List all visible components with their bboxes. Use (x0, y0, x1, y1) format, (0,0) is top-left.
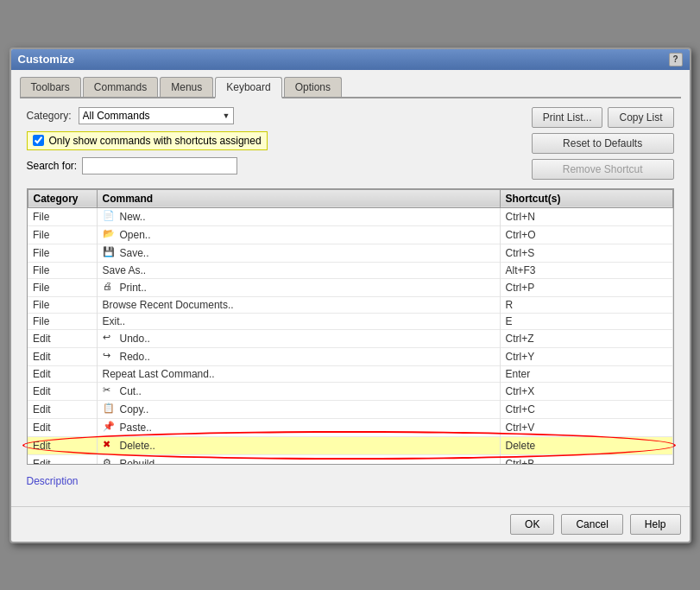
cell-command: Browse Recent Documents.. (97, 296, 500, 313)
cell-command: Exit.. (97, 313, 500, 329)
cell-shortcut: Ctrl+X (500, 382, 672, 400)
command-icon: 🖨 (103, 281, 117, 295)
table-row[interactable]: Edit⚙Rebuild..Ctrl+B (28, 454, 672, 465)
table-row[interactable]: File💾Save..Ctrl+S (28, 244, 672, 262)
top-right: Print List... Copy List Reset to Default… (532, 107, 674, 181)
cell-category: File (28, 244, 97, 262)
cell-shortcut: Ctrl+Z (500, 329, 672, 347)
cell-command: Repeat Last Command.. (97, 365, 500, 382)
table-body: File📄New..Ctrl+NFile📂Open..Ctrl+OFile💾Sa… (28, 207, 672, 465)
tab-toolbars[interactable]: Toolbars (20, 77, 81, 97)
command-text: Cut.. (120, 385, 142, 397)
cell-command: 🖨Print.. (97, 278, 500, 296)
cell-shortcut: Ctrl+Y (500, 347, 672, 365)
cell-command: ↩Undo.. (97, 329, 500, 347)
checkbox-label: Only show commands with shortcuts assign… (49, 135, 262, 147)
cell-shortcut: E (500, 313, 672, 329)
table-row[interactable]: Edit↪Redo..Ctrl+Y (28, 347, 672, 365)
search-label: Search for: (27, 160, 78, 172)
cell-shortcut: Alt+F3 (500, 262, 672, 278)
table-row[interactable]: FileSave As..Alt+F3 (28, 262, 672, 278)
reset-defaults-button[interactable]: Reset to Defaults (532, 133, 674, 154)
table-row[interactable]: FileBrowse Recent Documents..R (28, 296, 672, 313)
command-text: Copy.. (120, 403, 149, 416)
cell-command: ⚙Rebuild.. (97, 454, 500, 465)
cell-command: 📋Copy.. (97, 400, 500, 418)
header-command: Command (97, 189, 500, 207)
cell-category: Edit (28, 418, 97, 436)
table-row[interactable]: Edit✂Cut..Ctrl+X (28, 382, 672, 400)
command-icon: ✖ (103, 439, 117, 453)
category-select[interactable]: All Commands File Edit View Format (79, 107, 234, 124)
remove-shortcut-button[interactable]: Remove Shortcut (532, 159, 674, 180)
table-row[interactable]: File📄New..Ctrl+N (28, 207, 672, 225)
ok-button[interactable]: OK (510, 514, 554, 535)
top-section: Category: All Commands File Edit View Fo… (27, 107, 674, 181)
tab-commands[interactable]: Commands (83, 77, 158, 97)
cell-shortcut: Ctrl+N (500, 207, 672, 225)
title-bar-buttons: ? (669, 53, 683, 67)
cell-shortcut: Ctrl+O (500, 225, 672, 244)
cell-shortcut: Delete (500, 436, 672, 454)
command-icon: ✂ (103, 384, 117, 398)
print-list-button[interactable]: Print List... (532, 107, 603, 128)
table-row[interactable]: Edit↩Undo..Ctrl+Z (28, 329, 672, 347)
table-row[interactable]: Edit📌Paste..Ctrl+V (28, 418, 672, 436)
command-text: Save.. (120, 247, 149, 259)
title-bar: Customize ? (11, 49, 690, 70)
tab-options[interactable]: Options (284, 77, 342, 97)
cell-shortcut: Ctrl+V (500, 418, 672, 436)
cell-category: Edit (28, 329, 97, 347)
search-input[interactable] (82, 157, 237, 174)
table-row[interactable]: FileExit..E (28, 313, 672, 329)
header-category: Category (28, 189, 97, 207)
cell-shortcut: Ctrl+P (500, 278, 672, 296)
category-row: Category: All Commands File Edit View Fo… (27, 107, 532, 124)
dialog-content: Toolbars Commands Menus Keyboard Options… (11, 70, 690, 506)
help-title-button[interactable]: ? (669, 53, 683, 67)
table-header-row: Category Command Shortcut(s) (28, 189, 672, 207)
cell-command: ↪Redo.. (97, 347, 500, 365)
help-button[interactable]: Help (630, 514, 681, 535)
copy-list-button[interactable]: Copy List (608, 107, 673, 128)
command-icon: ⚙ (103, 457, 117, 465)
cell-category: File (28, 296, 97, 313)
command-text: Undo.. (120, 333, 150, 345)
command-text: Paste.. (120, 422, 152, 434)
cancel-button[interactable]: Cancel (561, 514, 622, 535)
category-select-wrapper: All Commands File Edit View Format (79, 107, 234, 124)
customize-dialog: Customize ? Toolbars Commands Menus Keyb… (9, 48, 691, 543)
cell-command: ✖Delete.. (97, 436, 500, 454)
tab-bar: Toolbars Commands Menus Keyboard Options (20, 77, 681, 98)
cell-command: 📌Paste.. (97, 418, 500, 436)
cell-category: Edit (28, 436, 97, 454)
cell-category: Edit (28, 400, 97, 418)
table-row[interactable]: Edit✖Delete..Delete (28, 436, 672, 454)
top-left: Category: All Commands File Edit View Fo… (27, 107, 532, 181)
cell-command: Save As.. (97, 262, 500, 278)
commands-table-container[interactable]: Category Command Shortcut(s) File📄New..C… (27, 188, 674, 465)
table-row[interactable]: Edit📋Copy..Ctrl+C (28, 400, 672, 418)
command-icon: 💾 (103, 246, 117, 260)
table-row[interactable]: File🖨Print..Ctrl+P (28, 278, 672, 296)
command-icon: 📋 (103, 403, 117, 416)
dialog-title: Customize (18, 53, 75, 66)
cell-category: File (28, 225, 97, 244)
cell-command: ✂Cut.. (97, 382, 500, 400)
tab-menus[interactable]: Menus (160, 77, 213, 97)
show-shortcuts-checkbox[interactable] (33, 135, 44, 146)
command-icon: ↪ (103, 350, 117, 364)
command-icon: 📂 (103, 228, 117, 242)
cell-shortcut: R (500, 296, 672, 313)
category-label: Category: (27, 110, 72, 122)
table-row[interactable]: EditRepeat Last Command..Enter (28, 365, 672, 382)
tab-keyboard[interactable]: Keyboard (215, 77, 281, 98)
command-text: Redo.. (120, 351, 150, 363)
command-icon: 📌 (103, 421, 117, 435)
table-row[interactable]: File📂Open..Ctrl+O (28, 225, 672, 244)
table-wrapper: Category Command Shortcut(s) File📄New..C… (27, 188, 674, 465)
commands-table: Category Command Shortcut(s) File📄New..C… (28, 189, 673, 465)
cell-category: File (28, 313, 97, 329)
command-icon: ↩ (103, 332, 117, 346)
cell-category: Edit (28, 365, 97, 382)
